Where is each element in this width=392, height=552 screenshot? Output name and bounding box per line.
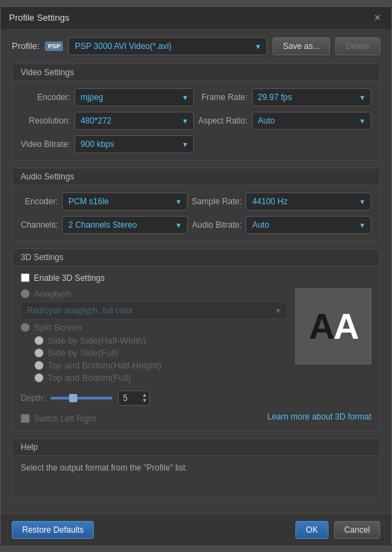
audio-encoder-label: Encoder: (21, 197, 58, 206)
anaglyph-select-wrapper: Red/cyan anaglyph, full color (21, 302, 287, 319)
dialog-footer: Restore Defaults OK Cancel (1, 513, 391, 546)
encoder-select[interactable]: mjpeg (75, 88, 194, 106)
enable-3d-label[interactable]: Enable 3D Settings (34, 273, 105, 283)
video-settings-body: Encoder: mjpeg Frame Rate: 29.97 fps Res… (12, 81, 380, 160)
audio-bitrate-select-wrapper: Auto (246, 216, 371, 234)
save-as-button[interactable]: Save as... (273, 37, 330, 55)
anaglyph-row: Anaglyph (21, 288, 287, 299)
side-half-row: Side by Side(Half-Width) (35, 335, 287, 346)
top-full-radio[interactable] (35, 373, 43, 382)
encoder-select-wrapper: mjpeg (75, 88, 194, 106)
top-full-row: Top and Bottom(Full) (35, 373, 287, 383)
resolution-select[interactable]: 480*272 (75, 112, 194, 130)
delete-button[interactable]: Delete (335, 37, 380, 55)
top-half-row: Top and Bottom(Half-Height) (35, 360, 287, 371)
side-full-row: Side by Side(Full) (35, 348, 287, 358)
sample-rate-select[interactable]: 44100 Hz (246, 193, 371, 210)
frame-rate-label: Frame Rate: (198, 92, 247, 102)
aspect-ratio-select-wrapper: Auto (252, 112, 371, 130)
dialog-title: Profile Settings (9, 12, 69, 23)
audio-bitrate-label: Audio Bitrate: (192, 220, 242, 230)
profile-select[interactable]: PSP 3000 AVI Video(*.avi) (68, 37, 266, 55)
anaglyph-label: Anaglyph (34, 288, 71, 299)
video-settings-section: Video Settings Encoder: mjpeg Frame Rate… (12, 63, 380, 161)
resolution-label: Resolution: (21, 116, 70, 126)
three-d-content: Anaglyph Red/cyan anaglyph, full color (21, 288, 371, 385)
depth-down-button[interactable]: ▼ (140, 398, 148, 404)
top-half-radio[interactable] (35, 361, 43, 370)
title-bar: Profile Settings × (1, 7, 391, 29)
anaglyph-radio[interactable] (21, 289, 30, 298)
aa-dark-letter: A (308, 306, 333, 347)
profile-select-wrapper: PSP 3000 AVI Video(*.avi) (68, 37, 266, 55)
three-d-left: Anaglyph Red/cyan anaglyph, full color (21, 288, 287, 385)
side-full-label: Side by Side(Full) (48, 348, 119, 358)
split-screen-row: Split Screen (21, 322, 287, 333)
channels-label: Channels: (21, 220, 58, 230)
video-bitrate-select-wrapper: 900 kbps (75, 135, 194, 153)
switch-row: Switch Left Right (21, 414, 96, 424)
anaglyph-dropdown-wrapper: Red/cyan anaglyph, full color (21, 302, 287, 319)
video-settings-grid: Encoder: mjpeg Frame Rate: 29.97 fps Res… (21, 88, 371, 153)
depth-spinner: ▲ ▼ (140, 391, 148, 406)
enable-3d-row: Enable 3D Settings (21, 273, 371, 283)
bottom-row: Switch Left Right Learn more about 3D fo… (21, 410, 371, 424)
depth-label: Depth: (21, 393, 45, 403)
frame-rate-select-wrapper: 29.97 fps (252, 88, 371, 106)
three-d-settings-header: 3D Settings (12, 249, 380, 266)
encoder-label: Encoder: (21, 92, 70, 102)
close-button[interactable]: × (372, 12, 383, 23)
aspect-ratio-select[interactable]: Auto (252, 112, 371, 130)
frame-rate-select[interactable]: 29.97 fps (252, 88, 371, 106)
footer-right: OK Cancel (295, 521, 380, 539)
switch-label: Switch Left Right (34, 414, 96, 424)
help-header: Help (12, 439, 380, 456)
sample-rate-select-wrapper: 44100 Hz (246, 193, 371, 210)
depth-slider[interactable] (50, 397, 112, 400)
three-d-settings-body: Enable 3D Settings Anaglyph Red/cyan ana… (12, 266, 380, 431)
cancel-button[interactable]: Cancel (334, 521, 380, 539)
profile-icon: PSP (45, 41, 63, 51)
audio-bitrate-select[interactable]: Auto (246, 216, 371, 234)
audio-encoder-select-wrapper: PCM s16le (62, 193, 188, 210)
help-text: Select the output format from the "Profi… (12, 456, 380, 497)
depth-input-wrapper: ▲ ▼ (118, 391, 150, 406)
channels-select-wrapper: 2 Channels Stereo (62, 216, 188, 234)
aa-preview-box: AA (295, 288, 371, 364)
depth-slider-thumb[interactable] (69, 394, 77, 402)
profile-row: Profile: PSP PSP 3000 AVI Video(*.avi) S… (12, 37, 380, 55)
side-full-radio[interactable] (35, 348, 43, 357)
audio-encoder-select[interactable]: PCM s16le (62, 193, 188, 210)
sample-rate-label: Sample Rate: (192, 197, 242, 206)
depth-row: Depth: ▲ ▼ (21, 391, 371, 406)
aa-preview: AA (308, 306, 357, 347)
enable-3d-checkbox[interactable] (21, 273, 30, 282)
anaglyph-select[interactable]: Red/cyan anaglyph, full color (21, 302, 287, 319)
three-d-settings-section: 3D Settings Enable 3D Settings Anaglyph (12, 248, 380, 431)
side-half-radio[interactable] (35, 336, 43, 345)
side-half-label: Side by Side(Half-Width) (48, 335, 146, 346)
restore-defaults-button[interactable]: Restore Defaults (12, 521, 94, 539)
split-screen-label: Split Screen (34, 322, 82, 333)
profile-label: Profile: (12, 41, 39, 51)
audio-settings-grid: Encoder: PCM s16le Sample Rate: 44100 Hz… (21, 193, 371, 234)
channels-select[interactable]: 2 Channels Stereo (62, 216, 188, 234)
split-screen-radio[interactable] (21, 323, 30, 332)
video-bitrate-select[interactable]: 900 kbps (75, 135, 194, 153)
audio-settings-body: Encoder: PCM s16le Sample Rate: 44100 Hz… (12, 186, 380, 241)
top-half-label: Top and Bottom(Half-Height) (48, 360, 161, 371)
profile-settings-dialog: Profile Settings × Profile: PSP PSP 3000… (0, 6, 392, 546)
top-full-label: Top and Bottom(Full) (48, 373, 131, 383)
aspect-ratio-label: Aspect Ratio: (198, 116, 247, 126)
video-settings-header: Video Settings (12, 64, 380, 81)
dialog-body: Profile: PSP PSP 3000 AVI Video(*.avi) S… (1, 29, 391, 513)
help-section: Help Select the output format from the "… (12, 438, 380, 498)
ok-button[interactable]: OK (295, 521, 328, 539)
learn-more-link[interactable]: Learn more about 3D format (267, 412, 371, 422)
audio-settings-section: Audio Settings Encoder: PCM s16le Sample… (12, 168, 380, 241)
switch-checkbox[interactable] (21, 414, 30, 423)
audio-settings-header: Audio Settings (12, 168, 380, 186)
video-bitrate-label: Video Bitrate: (21, 139, 70, 149)
aa-light-letter: A (333, 306, 358, 347)
resolution-select-wrapper: 480*272 (75, 112, 194, 130)
